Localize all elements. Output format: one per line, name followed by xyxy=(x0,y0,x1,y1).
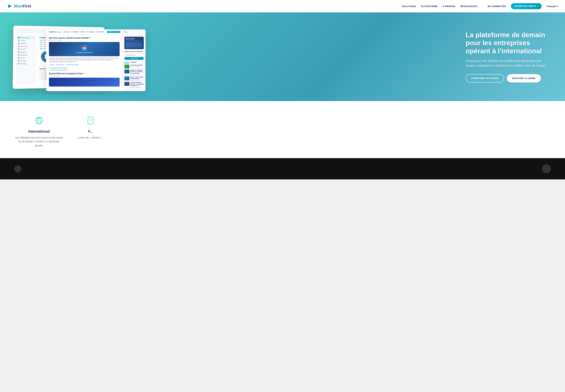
features-section: International nos utilisateurs peuvent p… xyxy=(0,101,565,158)
logo-icon xyxy=(7,3,13,9)
article1-tags: Produits Contrats à terme Contrats à ter… xyxy=(49,64,120,66)
hero-section: La Compagnie Tableau de bord Comptes P xyxy=(0,13,565,101)
recent-article-1[interactable]: La lettre de notre CEO Publié le 14, nov… xyxy=(124,65,144,69)
tab-recent[interactable]: Récents xyxy=(124,61,129,63)
sidebar-tabs: Récents Populaire xyxy=(124,61,144,63)
blog-logo: iBanFirst | Blog xyxy=(49,31,60,33)
sidebar-item-parrainage: Parrainage xyxy=(17,62,35,65)
subscribe-button[interactable]: S'INSCRIRE xyxy=(124,57,144,60)
chevron-down-icon: ▾ xyxy=(537,5,538,7)
nav-apropos[interactable]: A PROPOS xyxy=(443,5,455,8)
nav-connect[interactable]: SE CONNECTER xyxy=(488,5,506,8)
sidebar-mock: Tableau de bord Comptes Paiements Achat … xyxy=(16,35,36,86)
sidebar-item-achat: Achat / vente xyxy=(17,45,35,48)
nav-divider xyxy=(482,4,483,8)
sidebar-item-documents: Documents xyxy=(17,59,35,62)
arrow-right-icon: › xyxy=(546,167,547,171)
dashboard-mockup: La Compagnie Tableau de bord Comptes P xyxy=(14,26,106,88)
blog-mockup: iBanFirst | Blog SOLUTIONS PLATEFORME A … xyxy=(46,29,145,91)
blog-language[interactable]: Français xyxy=(123,31,128,32)
feature-international: International nos utilisateurs peuvent p… xyxy=(14,115,64,148)
recent-article-4[interactable]: Comment DSP2 peut accélérer « l'unbundli… xyxy=(124,82,144,88)
blog-open-account[interactable]: OUVRIR UN COMPTE xyxy=(107,31,120,33)
article1-date: 28 sept. 2018 14:56:54 xyxy=(49,40,120,41)
feature-international-title: International xyxy=(14,129,64,134)
scroll-arrow[interactable]: › xyxy=(542,164,551,173)
bottom-section: › xyxy=(0,158,565,180)
language-selector[interactable]: Français ▾ xyxy=(547,5,558,8)
compare-button[interactable]: COMPARER UN COURS xyxy=(466,74,504,83)
nav-solutions[interactable]: SOLUTIONS xyxy=(402,5,416,8)
sidebar-item-centre: Centre FX xyxy=(17,47,35,51)
hero-title: La plateforme de demain pour les entrepr… xyxy=(466,31,551,55)
hero-subtitle: Chaque jour, des dizaines de sociétés no… xyxy=(466,59,551,68)
calendar-icon: 📅 xyxy=(82,46,86,50)
article1-image: 📅 Contrats à terme flexible xyxy=(49,42,120,56)
recent-article-1-img xyxy=(124,65,129,69)
logo-text: iBanFirst xyxy=(14,4,31,9)
sidebar-item-operations: Opérations xyxy=(17,51,35,54)
email-section: Restez informé des nouveautés S'INSCRIRE xyxy=(124,51,144,60)
article1-title: Qu'est-ce qu'un contrat à terme flexible… xyxy=(49,37,120,39)
open-account-button[interactable]: OUVRIR UN COMPTE ▾ xyxy=(511,3,542,9)
feature-lorem: F... Lorem ips... blandit c... xyxy=(78,115,103,148)
continue-reading-button[interactable]: CONTINUER LA LECTURE xyxy=(49,68,68,70)
feature-lorem-title: F... xyxy=(78,129,103,134)
email-input[interactable] xyxy=(124,54,144,56)
svg-rect-9 xyxy=(88,117,93,124)
svg-marker-0 xyxy=(8,4,12,8)
hero-text: La plateforme de demain pour les entrepr… xyxy=(466,31,551,83)
recent-article-2[interactable]: Fraudes sur virements bancaires : les dé… xyxy=(124,70,144,75)
blog-articles: Qu'est-ce qu'un contrat à terme flexible… xyxy=(46,35,122,91)
sidebar-item-beneficiaires: Bénéficiaires xyxy=(17,53,35,56)
bottom-icon-left xyxy=(14,165,21,172)
lorem-icon xyxy=(85,115,96,126)
recent-article-3-img xyxy=(124,76,129,80)
tab-popular[interactable]: Populaire xyxy=(130,61,136,63)
demo-button[interactable]: ESSAYER LA DEMO xyxy=(507,74,541,83)
sidebar-item-comptes: Comptes xyxy=(18,39,35,42)
sidebar-item-services: Services xyxy=(17,56,35,59)
recent-article-4-img xyxy=(124,82,129,86)
blog-navbar: iBanFirst | Blog SOLUTIONS PLATEFORME A … xyxy=(46,29,145,35)
navbar: iBanFirst SOLUTIONS PLATEFORME A PROPOS … xyxy=(0,0,565,13)
blog-sidebar: DÉCOUVREZ les contrats avec change à ter… xyxy=(122,35,145,91)
hero-buttons: COMPARER UN COURS ESSAYER LA DEMO xyxy=(466,74,551,83)
recent-article-2-img xyxy=(124,70,129,73)
international-icon xyxy=(34,115,44,126)
discover-image xyxy=(126,42,142,48)
recent-article-3[interactable]: Qu'est-ce qu'un contrat à terme flexible… xyxy=(124,76,144,81)
article2-date: 2 oct. 2018 16:50:15 xyxy=(49,75,120,77)
article2-title: Quand Wirecard conquiert le Dax ! xyxy=(49,72,120,75)
nav-menu: SOLUTIONS PLATEFORME A PROPOS RESSOURCES… xyxy=(402,3,558,9)
sidebar-discover: DÉCOUVREZ les contrats avec change à ter… xyxy=(124,37,144,49)
sidebar-item-tableau: Tableau de bord xyxy=(18,36,35,39)
logo[interactable]: iBanFirst xyxy=(7,3,31,9)
nav-ressources[interactable]: RESSOURCES xyxy=(461,5,478,8)
blog-content: Qu'est-ce qu'un contrat à terme flexible… xyxy=(46,35,145,91)
feature-lorem-desc: Lorem ips... blandit c... xyxy=(78,136,103,140)
sidebar-item-paiements: Paiements xyxy=(17,42,35,45)
nav-plateforme[interactable]: PLATEFORME xyxy=(421,5,438,8)
feature-international-desc: nos utilisateurs peuvent payer et être p… xyxy=(14,136,64,148)
article2-image xyxy=(49,78,120,86)
blog-nav: SOLUTIONS PLATEFORME A PROPOS RESSOURCES… xyxy=(63,31,104,32)
article1-excerpt: Un contrat à terme flexible est un contr… xyxy=(49,57,120,63)
